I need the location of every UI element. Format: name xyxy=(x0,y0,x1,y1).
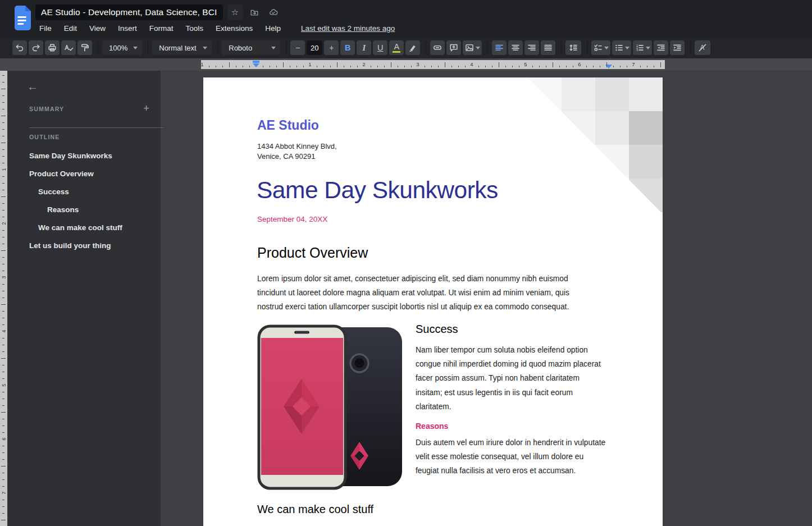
insert-link-icon[interactable] xyxy=(430,40,445,55)
menu-tools[interactable]: Tools xyxy=(186,24,204,33)
outline-item[interactable]: Product Overview xyxy=(8,164,161,182)
brand-heading: AE Studio xyxy=(257,118,319,133)
sidebar-divider xyxy=(29,127,164,128)
highlight-color-icon[interactable] xyxy=(405,40,420,55)
vertical-ruler: 1234567 xyxy=(0,71,7,526)
phones-illustration[interactable] xyxy=(257,324,402,492)
paragraph-styles-select[interactable]: Normal text xyxy=(152,40,212,55)
paragraph-success: Nam liber tempor cum soluta nobis eleife… xyxy=(416,343,607,414)
move-to-folder-icon[interactable] xyxy=(247,4,262,20)
address-line-1: 1434 Abbot Kinney Blvd, xyxy=(257,141,337,152)
print-icon[interactable] xyxy=(45,40,60,55)
outline-item[interactable]: Reasons xyxy=(8,200,161,218)
menu-file[interactable]: File xyxy=(39,24,52,33)
toolbar-divider xyxy=(217,41,218,54)
text-color-button[interactable]: A xyxy=(389,40,404,55)
outline-item[interactable]: Same Day Skunkworks xyxy=(8,147,161,164)
topbar: AE Studio - Development, Data Science, B… xyxy=(0,0,812,37)
menu-extensions[interactable]: Extensions xyxy=(216,24,253,33)
chevron-down-icon xyxy=(604,47,609,49)
document-title-input[interactable]: AE Studio - Development, Data Science, B… xyxy=(35,4,223,20)
chevron-down-icon xyxy=(133,47,138,49)
italic-button[interactable]: I xyxy=(357,40,371,55)
star-icon[interactable]: ☆ xyxy=(227,4,243,20)
outline-item[interactable]: We can make cool stuff xyxy=(8,218,161,236)
menu-insert[interactable]: Insert xyxy=(118,24,137,33)
paragraph-product-overview: Lorem ipsum dolor sit amet, consectetuer… xyxy=(257,272,594,314)
formatting-toolbar: 100% Normal text Roboto − 20 + B I U A xyxy=(0,37,812,58)
menu-format[interactable]: Format xyxy=(149,24,174,33)
numbered-list-icon[interactable]: 123 xyxy=(633,40,652,55)
toolbar-divider xyxy=(587,41,587,54)
increase-indent-icon[interactable] xyxy=(670,40,685,55)
success-column: Success Nam liber tempor cum soluta nobi… xyxy=(416,323,607,478)
chevron-down-icon xyxy=(271,47,276,49)
toolbar-divider xyxy=(561,41,562,54)
toolbar-divider xyxy=(286,41,286,54)
menu-view[interactable]: View xyxy=(89,24,106,33)
menu-help[interactable]: Help xyxy=(265,24,281,33)
outline-sidebar: ← SUMMARY + OUTLINE Same Day Skunkworks … xyxy=(8,71,161,526)
chevron-down-icon xyxy=(625,47,629,49)
chevron-down-icon xyxy=(646,47,650,49)
increase-font-size-button[interactable]: + xyxy=(324,40,339,55)
align-right-button[interactable] xyxy=(524,40,539,55)
cloud-saved-icon[interactable] xyxy=(266,4,281,20)
styles-value: Normal text xyxy=(159,44,196,52)
bold-button[interactable]: B xyxy=(340,40,355,55)
add-summary-icon[interactable]: + xyxy=(143,102,149,115)
checklist-icon[interactable] xyxy=(591,40,610,55)
summary-label: SUMMARY xyxy=(29,106,64,112)
align-left-button[interactable] xyxy=(492,40,507,55)
document-page[interactable]: AE Studio 1434 Abbot Kinney Blvd, Venice… xyxy=(203,77,663,526)
svg-text:3: 3 xyxy=(636,48,638,52)
decrease-font-size-button[interactable]: − xyxy=(290,40,305,55)
text-color-swatch xyxy=(393,51,400,53)
decrease-indent-icon[interactable] xyxy=(654,40,668,55)
toolbar-divider xyxy=(148,41,148,54)
insert-image-icon[interactable] xyxy=(463,40,482,55)
heading-success: Success xyxy=(416,323,607,336)
toolbar-divider xyxy=(690,41,691,54)
font-size-input[interactable]: 20 xyxy=(307,40,322,55)
toolbar-divider xyxy=(487,41,488,54)
document-canvas: AE Studio 1434 Abbot Kinney Blvd, Venice… xyxy=(161,71,812,526)
paragraph-reasons: Duis autem vel eum iriure dolor in hendr… xyxy=(416,436,607,478)
outline-list: Same Day Skunkworks Product Overview Suc… xyxy=(8,147,161,254)
heading-cool-stuff: We can make cool stuff xyxy=(257,503,373,516)
google-docs-icon[interactable] xyxy=(13,6,31,30)
spell-check-icon[interactable] xyxy=(61,40,76,55)
date-text: September 04, 20XX xyxy=(257,215,327,223)
menu-bar: File Edit View Insert Format Tools Exten… xyxy=(39,21,395,35)
zoom-value: 100% xyxy=(109,44,127,52)
underline-button[interactable]: U xyxy=(373,40,387,55)
clear-formatting-icon[interactable]: A xyxy=(695,40,710,55)
chevron-down-icon xyxy=(203,47,207,49)
bullet-list-icon[interactable] xyxy=(612,40,631,55)
outline-item[interactable]: Let us build your thing xyxy=(8,236,161,254)
toolbar-divider xyxy=(426,41,426,54)
last-edit-link[interactable]: Last edit was 2 minutes ago xyxy=(301,24,395,33)
address-line-2: Venice, CA 90291 xyxy=(257,152,337,162)
document-main-title: Same Day Skunkworks xyxy=(257,176,498,204)
undo-icon[interactable] xyxy=(12,40,27,55)
close-outline-icon[interactable]: ← xyxy=(27,81,38,92)
toolbar-divider xyxy=(98,41,98,54)
paint-format-icon[interactable] xyxy=(77,40,92,55)
outline-label: OUTLINE xyxy=(29,134,60,140)
add-comment-icon[interactable] xyxy=(446,40,461,55)
align-center-button[interactable] xyxy=(508,40,523,55)
redo-icon[interactable] xyxy=(29,40,43,55)
line-spacing-icon[interactable] xyxy=(565,40,581,55)
font-family-select[interactable]: Roboto xyxy=(222,40,280,55)
heading-product-overview: Product Overview xyxy=(257,245,368,261)
corner-mosaic-decoration xyxy=(528,77,663,218)
heading-reasons: Reasons xyxy=(416,422,607,431)
justify-button[interactable] xyxy=(541,40,555,55)
address-text: 1434 Abbot Kinney Blvd, Venice, CA 90291 xyxy=(257,141,337,161)
ruler-row: 11234567 xyxy=(0,58,812,71)
chevron-down-icon xyxy=(476,47,480,49)
zoom-select[interactable]: 100% xyxy=(102,40,142,55)
menu-edit[interactable]: Edit xyxy=(64,24,77,33)
outline-item[interactable]: Success xyxy=(8,182,161,200)
